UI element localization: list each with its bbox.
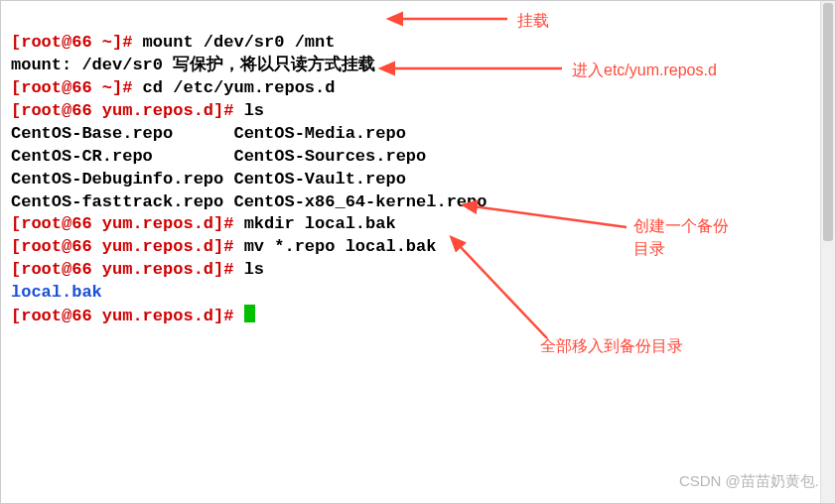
command-text: mv *.repo local.bak [233, 237, 436, 256]
ls-col2: CentOS-Media.repo [233, 124, 405, 143]
ls-col2: CentOS-x86_64-kernel.repo [233, 192, 487, 211]
prompt: [root@66 yum.repos.d]# [11, 237, 233, 256]
command-text: mount /dev/sr0 /mnt [132, 33, 335, 52]
command-text: mkdir local.bak [233, 214, 395, 233]
ls-col1: CentOS-CR.repo [11, 147, 233, 166]
command-text: ls [233, 260, 264, 279]
terminal-cursor [244, 305, 255, 322]
prompt: [root@66 ~]# [11, 78, 132, 97]
prompt: [root@66 yum.repos.d]# [11, 214, 233, 233]
prompt: [root@66 yum.repos.d]# [11, 101, 233, 120]
prompt: [root@66 ~]# [11, 33, 132, 52]
prompt: [root@66 yum.repos.d]# [11, 260, 233, 279]
directory-name: local.bak [11, 283, 102, 302]
command-text: ls [233, 101, 264, 120]
annotation-mount: 挂载 [517, 11, 549, 32]
ls-col1: CentOS-Debuginfo.repo [11, 170, 233, 189]
ls-col2: CentOS-Sources.repo [233, 147, 426, 166]
annotation-mkdir-line1: 创建一个备份 [633, 216, 729, 237]
scrollbar-thumb[interactable] [823, 3, 833, 241]
command-text: cd /etc/yum.repos.d [132, 78, 335, 97]
ls-col1: CentOS-Base.repo [11, 124, 233, 143]
terminal-output: [root@66 ~]# mount /dev/sr0 /mnt mount: … [1, 1, 835, 336]
ls-col2: CentOS-Vault.repo [233, 170, 405, 189]
output-line: mount: /dev/sr0 写保护，将以只读方式挂载 [11, 56, 375, 74]
prompt: [root@66 yum.repos.d]# [11, 307, 233, 325]
annotation-cd: 进入etc/yum.repos.d [572, 61, 717, 81]
annotation-mv: 全部移入到备份目录 [540, 336, 683, 357]
ls-col1: CentOS-fasttrack.repo [11, 192, 233, 211]
annotation-mkdir-line2: 目录 [633, 239, 665, 260]
vertical-scrollbar[interactable] [820, 1, 835, 503]
command-text [233, 307, 243, 325]
watermark-text: CSDN @苗苗奶黄包. [679, 472, 819, 491]
